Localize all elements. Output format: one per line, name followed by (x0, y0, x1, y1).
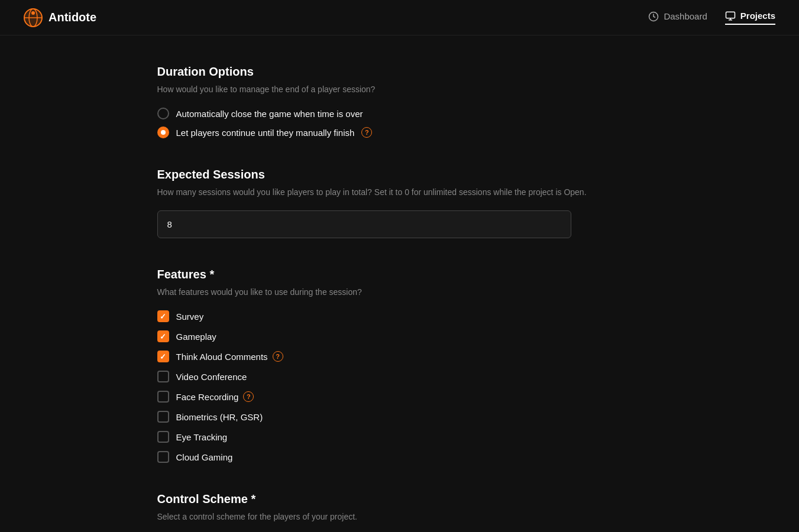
manual-finish-help-icon[interactable]: ? (361, 127, 372, 138)
control-scheme-section: Control Scheme * Select a control scheme… (157, 492, 642, 532)
nav-projects[interactable]: Projects (725, 11, 775, 25)
feature-video-conference-label: Video Conference (176, 372, 247, 382)
feature-cloud-gaming-checkbox[interactable] (157, 451, 169, 463)
features-section: Features * What features would you like … (157, 268, 642, 463)
brand-name: Antidote (48, 11, 96, 24)
think-aloud-help-icon[interactable]: ? (273, 351, 283, 362)
features-title: Features * (157, 268, 642, 281)
radio-auto-close-label: Automatically close the game when time i… (176, 109, 363, 119)
logo-icon (24, 8, 43, 27)
control-scheme-title: Control Scheme * (157, 492, 642, 506)
features-desc: What features would you like to use duri… (157, 286, 642, 299)
duration-options-radio-group: Automatically close the game when time i… (157, 108, 642, 138)
expected-sessions-section: Expected Sessions How many sessions woul… (157, 168, 642, 238)
radio-manual-finish[interactable]: Let players continue until they manually… (157, 126, 642, 138)
feature-survey-checkbox[interactable] (157, 310, 169, 322)
feature-gameplay-label: Gameplay (176, 332, 216, 342)
expected-sessions-title: Expected Sessions (157, 168, 642, 181)
radio-manual-finish-circle[interactable] (157, 126, 169, 138)
control-scheme-desc: Select a control scheme for the players … (157, 511, 642, 523)
nav-links: Dashboard Projects (648, 11, 775, 25)
feature-cloud-gaming[interactable]: Cloud Gaming (157, 451, 642, 463)
feature-cloud-gaming-label: Cloud Gaming (176, 452, 233, 462)
navbar: Antidote Dashboard Projects (0, 0, 799, 35)
nav-dashboard[interactable]: Dashboard (648, 11, 707, 24)
feature-survey-label: Survey (176, 312, 204, 322)
projects-icon (725, 11, 736, 21)
feature-video-conference-checkbox[interactable] (157, 371, 169, 382)
projects-label: Projects (740, 11, 775, 21)
duration-options-title: Duration Options (157, 65, 642, 79)
radio-auto-close-circle[interactable] (157, 108, 169, 119)
expected-sessions-desc: How many sessions would you like players… (157, 186, 642, 199)
feature-eye-tracking-label: Eye Tracking (176, 432, 228, 442)
feature-survey[interactable]: Survey (157, 310, 642, 322)
feature-gameplay-checkbox[interactable] (157, 330, 169, 342)
expected-sessions-input[interactable] (157, 210, 571, 238)
feature-think-aloud-label: Think Aloud Comments ? (176, 351, 283, 362)
face-recording-help-icon[interactable]: ? (243, 391, 254, 402)
feature-gameplay[interactable]: Gameplay (157, 330, 642, 342)
feature-biometrics-label: Biometrics (HR, GSR) (176, 412, 263, 422)
radio-auto-close[interactable]: Automatically close the game when time i… (157, 108, 642, 119)
features-checkbox-group: Survey Gameplay Think Aloud Comments ? V… (157, 310, 642, 463)
dashboard-icon (648, 11, 659, 22)
feature-think-aloud[interactable]: Think Aloud Comments ? (157, 351, 642, 362)
main-content: Duration Options How would you like to m… (134, 35, 666, 532)
duration-options-section: Duration Options How would you like to m… (157, 65, 642, 138)
feature-face-recording[interactable]: Face Recording ? (157, 391, 642, 403)
dashboard-label: Dashboard (664, 11, 707, 21)
duration-options-desc: How would you like to manage the end of … (157, 83, 642, 96)
feature-think-aloud-checkbox[interactable] (157, 351, 169, 362)
feature-face-recording-checkbox[interactable] (157, 391, 169, 403)
svg-rect-5 (726, 12, 735, 18)
feature-biometrics-checkbox[interactable] (157, 411, 169, 423)
feature-face-recording-label: Face Recording ? (176, 391, 254, 402)
feature-eye-tracking[interactable]: Eye Tracking (157, 431, 642, 443)
feature-eye-tracking-checkbox[interactable] (157, 431, 169, 443)
svg-point-4 (31, 11, 35, 15)
feature-biometrics[interactable]: Biometrics (HR, GSR) (157, 411, 642, 423)
feature-video-conference[interactable]: Video Conference (157, 371, 642, 382)
radio-manual-finish-label: Let players continue until they manually… (176, 128, 355, 138)
logo[interactable]: Antidote (24, 8, 96, 27)
